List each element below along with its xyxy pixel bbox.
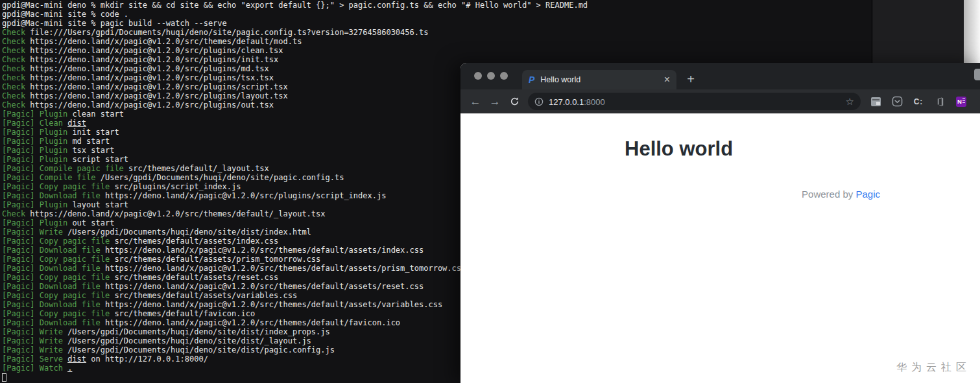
close-tab-icon[interactable]: × (664, 75, 670, 85)
office-icon (935, 97, 945, 107)
c-extension-button[interactable]: C: (913, 96, 924, 108)
c-extension-icon: C: (914, 97, 924, 106)
terminal-line: gpdi@Mac-mini site % code . (2, 10, 872, 19)
zoom-window-button[interactable] (500, 72, 508, 80)
reload-icon (510, 97, 520, 106)
page-content: Hello world Powered by Pagic (460, 113, 980, 383)
terminal-line: gpdi@Mac-mini site % pagic build --watch… (2, 19, 872, 28)
bookmark-star-icon[interactable]: ☆ (846, 96, 854, 108)
url-host: 127.0.0.1 (549, 97, 584, 107)
terminal-cursor (2, 373, 6, 382)
pagic-favicon-icon: P (529, 75, 534, 84)
onenote-extension-button[interactable]: N (955, 96, 967, 108)
terminal-line: Check https://deno.land/x/pagic@v1.2.0/s… (2, 46, 872, 55)
extensions-row: C: N (870, 96, 967, 108)
powered-by-text: Powered by (802, 189, 855, 200)
terminal-line: Check file:///Users/gpdi/Documents/huqi/… (2, 28, 872, 37)
clipped-extension-icon[interactable] (974, 69, 980, 80)
terminal-line: Check https://deno.land/x/pagic@v1.2.0/s… (2, 37, 872, 46)
terminal-line: gpdi@Mac-mini deno % mkdir site && cd si… (2, 1, 872, 10)
url-port: :8000 (584, 97, 605, 107)
new-tab-button[interactable]: + (683, 72, 699, 87)
background-window-edge (964, 0, 980, 64)
powered-by-footer: Powered by Pagic (802, 189, 880, 200)
tab-title: Hello world (540, 75, 658, 84)
close-window-button[interactable] (474, 72, 482, 80)
browser-frame-bar: P Hello world × + (460, 63, 980, 89)
page-title: Hello world (625, 135, 733, 163)
url-bar[interactable]: 127.0.0.1:8000 ☆ (528, 93, 861, 110)
minimize-window-button[interactable] (487, 72, 495, 80)
huawei-cloud-watermark: 华为云社区 (896, 361, 971, 375)
onenote-icon: N (956, 97, 966, 107)
forward-button[interactable]: → (485, 93, 505, 111)
traffic-lights (474, 72, 508, 80)
wallet-icon (871, 97, 881, 106)
wallet-extension-button[interactable] (870, 96, 881, 108)
browser-window: P Hello world × + ← → 127.0.0.1:8000 ☆ (460, 63, 980, 383)
browser-toolbar: ← → 127.0.0.1:8000 ☆ (460, 89, 980, 113)
back-button[interactable]: ← (466, 93, 485, 111)
tab-hello-world[interactable]: P Hello world × (522, 70, 676, 89)
pocket-extension-button[interactable] (891, 96, 903, 108)
pagic-link[interactable]: Pagic (855, 189, 880, 200)
reload-button[interactable] (505, 93, 524, 111)
office-extension-button[interactable] (934, 96, 946, 108)
url-text[interactable]: 127.0.0.1:8000 (549, 96, 841, 108)
pocket-icon (892, 96, 903, 107)
site-info-icon[interactable] (534, 97, 544, 106)
